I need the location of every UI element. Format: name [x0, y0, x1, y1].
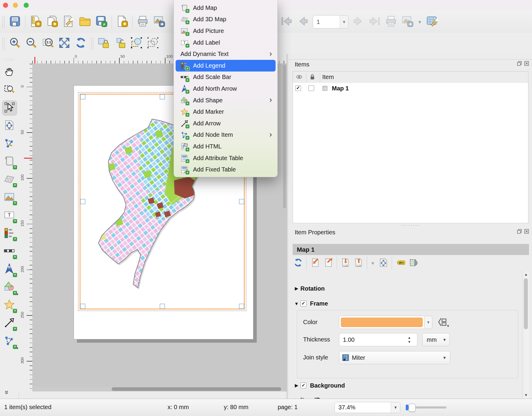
frame-checkbox[interactable]: ✓: [300, 300, 306, 306]
close-panel-icon[interactable]: [524, 228, 530, 234]
items-list-row[interactable]: ✓ Map 1: [293, 83, 528, 94]
float-panel-icon[interactable]: [516, 228, 522, 234]
zoom-slider-handle[interactable]: [409, 404, 416, 412]
export-atlas-dropdown[interactable]: ▼: [417, 19, 422, 25]
toolbar-grip[interactable]: [2, 16, 5, 28]
toolbar-grip[interactable]: [90, 37, 94, 49]
resize-handle[interactable]: [160, 304, 165, 309]
thickness-spin-buttons[interactable]: ▲▼: [406, 334, 413, 345]
add-scale-bar-tool[interactable]: +: [2, 244, 16, 259]
add-shape-tool[interactable]: +▾: [2, 280, 16, 294]
menu-item-add-legend[interactable]: +Add Legend: [176, 60, 276, 72]
scroll-up-icon[interactable]: ▲: [523, 272, 529, 277]
join-style-select[interactable]: Miter ▼: [339, 351, 450, 364]
export-as-image-button[interactable]: [152, 15, 166, 29]
deselect-all-items-button[interactable]: [146, 37, 160, 50]
menu-item-add-map[interactable]: +Add Map: [176, 2, 276, 14]
close-window-button[interactable]: [3, 3, 8, 8]
add-3d-map-tool[interactable]: +: [2, 172, 16, 187]
add-pages-button[interactable]: [115, 15, 129, 29]
menu-item-add-attribute-table[interactable]: +Add Attribute Table: [176, 152, 276, 164]
toolbar-grip[interactable]: [4, 58, 15, 61]
zoom-actual-size-button[interactable]: [41, 37, 55, 50]
add-arrow-tool[interactable]: +: [2, 316, 16, 330]
view-extent-in-main-canvas-button[interactable]: [323, 258, 334, 268]
first-page-button[interactable]: [280, 15, 294, 29]
add-legend-tool[interactable]: +: [2, 226, 16, 241]
frame-color-button[interactable]: [339, 316, 425, 329]
save-project-button[interactable]: [8, 15, 22, 29]
menu-item-add-dynamic-text[interactable]: Add Dynamic Text›: [176, 48, 276, 60]
zoom-window-button[interactable]: [24, 3, 29, 8]
background-section[interactable]: ▶ ✓ Background: [293, 381, 345, 390]
frame-color-dropdown[interactable]: ▼: [425, 316, 432, 329]
set-map-scale-to-match-canvas-button[interactable]: [340, 258, 351, 268]
page-number-combo[interactable]: 1▼: [313, 15, 349, 28]
resize-handle[interactable]: [80, 199, 85, 204]
menu-item-add-arrow[interactable]: +Add Arrow: [176, 118, 276, 129]
thickness-input[interactable]: 1.00: [339, 333, 417, 346]
atlas-settings-button[interactable]: [425, 15, 439, 29]
zoom-out-button[interactable]: [25, 37, 38, 50]
scroll-down-icon[interactable]: ▼: [523, 393, 529, 397]
unlock-all-items-button[interactable]: [113, 37, 127, 50]
interactively-edit-map-extent-button[interactable]: [378, 258, 389, 268]
set-canvas-scale-to-match-map-button[interactable]: [353, 258, 364, 268]
pan-layout-tool[interactable]: [2, 65, 16, 79]
minimize-window-button[interactable]: [13, 3, 18, 8]
add-north-arrow-tool[interactable]: +: [2, 262, 16, 277]
add-marker-tool[interactable]: +: [2, 298, 16, 312]
select-move-item-tool[interactable]: [2, 101, 17, 116]
menu-item-add-node-item[interactable]: +Add Node Item›: [176, 129, 276, 141]
refresh-view-button[interactable]: [74, 37, 88, 50]
zoom-slider[interactable]: [407, 406, 446, 409]
refresh-map-preview-button[interactable]: [293, 258, 303, 268]
canvas-horizontal-scrollbar[interactable]: [32, 387, 282, 391]
frame-section[interactable]: ▼ ✓ Frame: [293, 299, 328, 308]
canvas-vertical-scrollbar[interactable]: [282, 63, 287, 387]
edit-nodes-item-tool[interactable]: [2, 136, 16, 151]
menu-item-add-fixed-table[interactable]: +Add Fixed Table: [176, 164, 276, 175]
zoom-full-extent-button[interactable]: [57, 37, 71, 50]
collapsed-triangle-icon[interactable]: ▶: [293, 286, 300, 291]
zoom-tool-tool[interactable]: [2, 83, 16, 97]
resize-handle[interactable]: [160, 94, 165, 99]
print-atlas-button[interactable]: [384, 15, 398, 29]
add-picture-tool[interactable]: +: [2, 190, 16, 205]
print-layout-button[interactable]: [136, 15, 150, 29]
lock-selected-items-button[interactable]: [97, 37, 110, 50]
zoom-in-button[interactable]: [8, 37, 22, 50]
new-layout-button[interactable]: [29, 15, 42, 29]
menu-item-add-north-arrow[interactable]: +Add North Arrow: [176, 83, 276, 95]
bookmarks[interactable]: ▼: [370, 261, 376, 266]
properties-scrollbar[interactable]: ▲ ▼: [523, 271, 529, 399]
item-visibility-checkbox[interactable]: ✓: [295, 85, 301, 91]
select-all-items-button[interactable]: [130, 37, 143, 50]
resize-handle[interactable]: [80, 94, 85, 99]
menu-item-add-label[interactable]: +Add Label: [176, 37, 276, 48]
duplicate-layout-button[interactable]: [45, 15, 59, 29]
last-page-button[interactable]: [368, 15, 381, 29]
resize-handle[interactable]: [80, 304, 85, 309]
toolbar-grip[interactable]: [2, 37, 5, 49]
resize-handle[interactable]: [239, 304, 244, 309]
menu-item-add-scale-bar[interactable]: +Add Scale Bar: [176, 72, 276, 83]
background-checkbox[interactable]: ✓: [300, 382, 306, 388]
export-atlas-button[interactable]: [401, 15, 414, 29]
zoom-level-combo[interactable]: 37.4% ▼: [335, 402, 400, 413]
save-as-template-button[interactable]: [95, 15, 108, 29]
expanded-triangle-icon[interactable]: ▼: [293, 301, 300, 306]
add-node-item-tool[interactable]: +▾: [2, 334, 16, 348]
resize-handle[interactable]: [239, 199, 244, 204]
rotation-section[interactable]: ▶ Rotation: [293, 284, 325, 293]
thickness-unit-select[interactable]: mm ▼: [422, 333, 450, 346]
set-map-extent-to-match-main-canvas-button[interactable]: [310, 258, 320, 268]
item-lock-checkbox[interactable]: [308, 85, 314, 91]
menu-item-add-marker[interactable]: +Add Marker: [176, 106, 276, 118]
collapsed-triangle-icon[interactable]: ▶: [293, 383, 300, 388]
layout-manager-button[interactable]: [62, 15, 75, 29]
labeling-settings-button[interactable]: [395, 258, 406, 268]
menu-item-add-3d-map[interactable]: +Add 3D Map: [176, 14, 276, 25]
next-page-button[interactable]: [351, 15, 365, 29]
move-item-content-tool[interactable]: [2, 119, 16, 133]
